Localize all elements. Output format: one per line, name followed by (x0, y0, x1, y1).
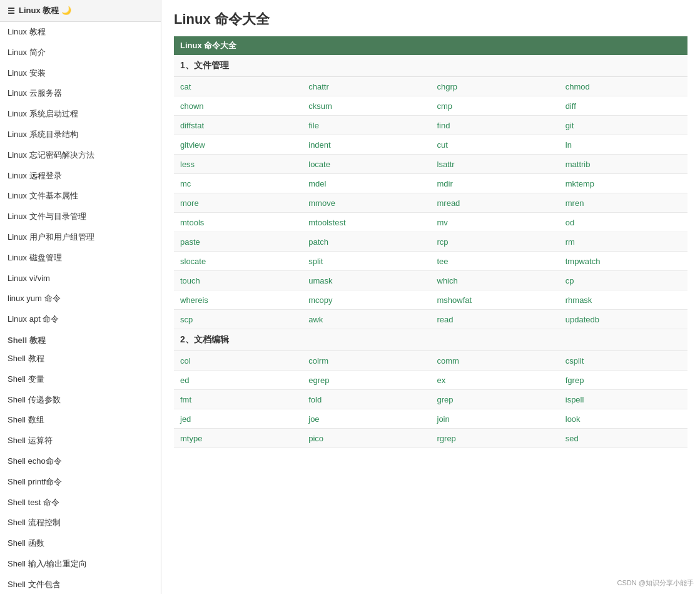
sidebar-item[interactable]: Shell 传递参数 (0, 390, 161, 411)
sidebar-item[interactable]: Shell 变量 (0, 369, 161, 390)
command-link[interactable]: awk (308, 315, 323, 324)
command-link[interactable]: chattr (308, 82, 329, 91)
command-link[interactable]: diffstat (180, 121, 204, 130)
command-link[interactable]: cut (437, 140, 448, 150)
command-link[interactable]: updatedb (566, 315, 599, 324)
command-link[interactable]: mcopy (308, 295, 332, 305)
sidebar-item[interactable]: Linux 系统启动过程 (0, 104, 161, 125)
command-link[interactable]: locate (308, 160, 330, 169)
command-link[interactable]: rhmask (566, 295, 592, 305)
sidebar-item[interactable]: Linux 安装 (0, 63, 161, 84)
command-link[interactable]: mread (437, 198, 460, 208)
sidebar-item[interactable]: Linux 简介 (0, 43, 161, 63)
command-link[interactable]: patch (308, 237, 328, 247)
command-link[interactable]: od (566, 218, 574, 227)
command-link[interactable]: ed (180, 376, 189, 385)
command-link[interactable]: split (308, 257, 323, 266)
sidebar-item[interactable]: Linux 忘记密码解决方法 (0, 145, 161, 166)
sidebar-item[interactable]: Linux 远程登录 (0, 166, 161, 187)
command-link[interactable]: mc (180, 179, 191, 188)
command-link[interactable]: umask (308, 276, 332, 285)
command-link[interactable]: jed (180, 414, 191, 424)
command-link[interactable]: find (437, 121, 450, 130)
command-link[interactable]: ex (437, 376, 446, 385)
command-link[interactable]: tee (437, 257, 449, 266)
sidebar-item[interactable]: Shell 运算符 (0, 431, 161, 451)
command-link[interactable]: chgrp (437, 82, 458, 91)
sidebar-item[interactable]: Linux 云服务器 (0, 83, 161, 104)
command-link[interactable]: mv (437, 218, 448, 227)
command-link[interactable]: lsattr (437, 160, 455, 169)
command-link[interactable]: rm (566, 237, 575, 247)
sidebar-item[interactable]: Linux apt 命令 (0, 309, 161, 330)
sidebar-item[interactable]: Shell test 命令 (0, 493, 161, 513)
command-link[interactable]: chmod (566, 82, 590, 91)
command-link[interactable]: fold (308, 395, 322, 404)
sidebar-item[interactable]: Linux 文件与目录管理 (0, 207, 161, 227)
sidebar-item[interactable]: Linux 用户和用户组管理 (0, 227, 161, 248)
command-link[interactable]: gitview (180, 140, 205, 150)
sidebar-item[interactable]: Shell printf命令 (0, 472, 161, 493)
command-link[interactable]: less (180, 160, 195, 169)
sidebar-item[interactable]: linux yum 命令 (0, 289, 161, 309)
command-link[interactable]: csplit (566, 356, 584, 366)
command-link[interactable]: tmpwatch (566, 257, 601, 266)
sidebar-item[interactable]: Linux 教程 (0, 22, 161, 43)
command-link[interactable]: joe (308, 414, 319, 424)
sidebar-item[interactable]: Shell 流程控制 (0, 513, 161, 533)
command-link[interactable]: fmt (180, 395, 191, 404)
sidebar-item[interactable]: Linux 系统目录结构 (0, 125, 161, 145)
command-link[interactable]: diff (566, 101, 576, 111)
sidebar-item[interactable]: Linux 磁盘管理 (0, 248, 161, 269)
command-link[interactable]: git (566, 121, 574, 130)
command-link[interactable]: paste (180, 237, 200, 247)
sidebar-item[interactable]: Shell 函数 (0, 533, 161, 554)
command-link[interactable]: grep (437, 395, 454, 404)
command-link[interactable]: sed (566, 434, 579, 443)
sidebar-item[interactable]: Shell 文件包含 (0, 575, 161, 594)
command-link[interactable]: touch (180, 276, 200, 285)
command-link[interactable]: mren (566, 198, 584, 208)
command-link[interactable]: ispell (566, 395, 584, 404)
sidebar-item[interactable]: Linux 文件基本属性 (0, 186, 161, 207)
command-link[interactable]: read (437, 315, 454, 324)
command-link[interactable]: fgrep (566, 376, 584, 385)
sidebar-item[interactable]: Shell 输入/输出重定向 (0, 554, 161, 575)
command-link[interactable]: ln (566, 140, 572, 150)
command-link[interactable]: cp (566, 276, 574, 285)
command-link[interactable]: cat (180, 82, 191, 91)
command-link[interactable]: join (437, 414, 450, 424)
command-link[interactable]: slocate (180, 257, 206, 266)
command-link[interactable]: which (437, 276, 458, 285)
command-link[interactable]: mattrib (566, 160, 591, 169)
command-link[interactable]: mtoolstest (308, 218, 345, 227)
command-link[interactable]: mtools (180, 218, 204, 227)
command-link[interactable]: chown (180, 101, 204, 111)
command-link[interactable]: scp (180, 315, 193, 324)
command-link[interactable]: mtype (180, 434, 202, 443)
sidebar-item[interactable]: Shell echo命令 (0, 451, 161, 472)
sidebar-item[interactable]: Shell 教程 (0, 349, 161, 369)
command-link[interactable]: indent (308, 140, 330, 150)
sidebar-item[interactable]: Linux vi/vim (0, 269, 161, 289)
command-link[interactable]: file (308, 121, 319, 130)
command-link[interactable]: mdir (437, 179, 453, 188)
command-link[interactable]: comm (437, 356, 459, 366)
command-link[interactable]: look (566, 414, 581, 424)
command-link[interactable]: colrm (308, 356, 328, 366)
command-link[interactable]: mmove (308, 198, 335, 208)
command-link[interactable]: whereis (180, 295, 208, 305)
command-link[interactable]: rcp (437, 237, 449, 247)
command-link[interactable]: more (180, 198, 199, 208)
command-link[interactable]: mktemp (566, 179, 594, 188)
sidebar-item[interactable]: Shell 数组 (0, 410, 161, 431)
command-link[interactable]: mdel (308, 179, 326, 188)
command-link[interactable]: cmp (437, 101, 453, 111)
doc-commands-table: colcolrmcommcsplitedegrepexfgrepfmtfoldg… (174, 351, 687, 448)
command-link[interactable]: cksum (308, 101, 332, 111)
command-link[interactable]: pico (308, 434, 323, 443)
command-link[interactable]: egrep (308, 376, 329, 385)
command-link[interactable]: rgrep (437, 434, 456, 443)
command-link[interactable]: mshowfat (437, 295, 472, 305)
command-link[interactable]: col (180, 356, 191, 366)
